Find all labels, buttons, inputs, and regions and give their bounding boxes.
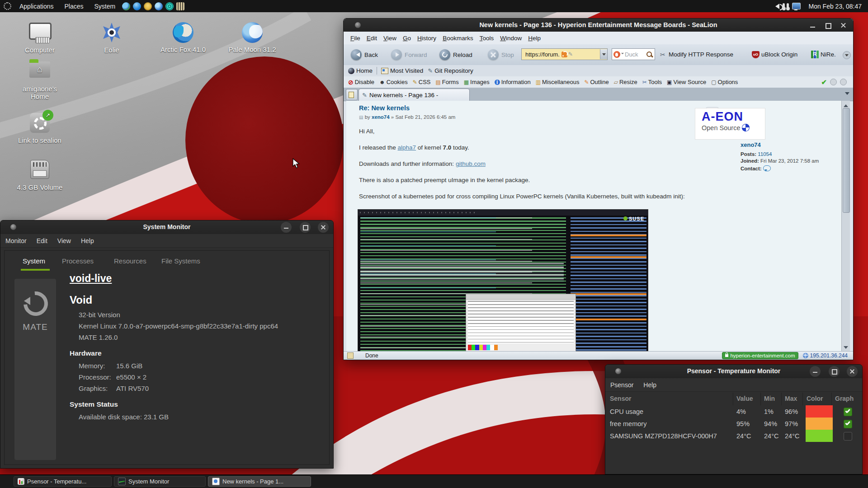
devbar-view-source[interactable]: ▣View Source bbox=[667, 79, 706, 85]
tab-list-button[interactable] bbox=[346, 89, 358, 100]
server-ip[interactable]: 195.201.36.244 bbox=[810, 352, 848, 359]
col-max[interactable]: Max bbox=[785, 395, 797, 402]
bookmark-home[interactable]: Home bbox=[356, 67, 373, 74]
psensor-titlebar[interactable]: Psensor - Temperature Monitor bbox=[605, 365, 862, 378]
color-swatch[interactable] bbox=[806, 430, 833, 442]
modify-http-button[interactable]: Modify HTTP Response bbox=[669, 51, 733, 58]
github-link[interactable]: github.com bbox=[456, 160, 486, 167]
col-color[interactable]: Color bbox=[807, 395, 823, 402]
maximize-button[interactable] bbox=[829, 366, 840, 377]
menu-monitor[interactable]: Monitor bbox=[5, 237, 27, 244]
devbar-miscellaneous[interactable]: ▥Miscellaneous bbox=[536, 79, 580, 85]
close-button[interactable] bbox=[839, 21, 849, 30]
sensor-name[interactable]: free memory bbox=[610, 420, 646, 427]
menu-places[interactable]: Places bbox=[59, 0, 89, 12]
launcher-web-globe-icon[interactable] bbox=[165, 2, 174, 10]
profile-username-link[interactable]: xeno74 bbox=[741, 141, 761, 148]
menu-edit[interactable]: Edit bbox=[37, 237, 47, 244]
desktop-icon-sealion-link[interactable]: ↗ Link to sealion bbox=[13, 112, 67, 144]
graph-checkbox-checked[interactable] bbox=[844, 420, 852, 428]
menu-help[interactable]: Help bbox=[81, 237, 94, 244]
menu-help[interactable]: Help bbox=[528, 35, 541, 42]
devbar-options[interactable]: ▢Options bbox=[711, 79, 738, 85]
menu-bookmarks[interactable]: Bookmarks bbox=[443, 35, 473, 42]
launcher-globe-icon[interactable] bbox=[122, 2, 130, 10]
edit-bookmark-icon[interactable]: ✎ bbox=[568, 51, 573, 57]
scrollbar-thumb[interactable] bbox=[843, 108, 850, 213]
modify-http-icon[interactable]: ✂ bbox=[660, 51, 665, 58]
menu-applications[interactable]: Applications bbox=[14, 0, 59, 12]
desktop-icon-home[interactable]: ⌂ amigaone's Home bbox=[13, 59, 67, 100]
maximize-button[interactable] bbox=[823, 21, 833, 30]
search-icon[interactable] bbox=[646, 52, 652, 57]
devbar-outline[interactable]: ✎Outline bbox=[584, 79, 609, 85]
sysmon-titlebar[interactable]: System Monitor bbox=[0, 221, 333, 234]
desktop-icon-volume[interactable]: 4.3 GB Volume bbox=[13, 158, 67, 191]
menu-system[interactable]: System bbox=[89, 0, 121, 12]
menu-view[interactable]: View bbox=[383, 35, 396, 42]
browser-titlebar[interactable]: New kernels - Page 136 - Hyperion Entert… bbox=[344, 19, 853, 32]
search-bar[interactable]: Duck bbox=[612, 48, 655, 60]
menu-view[interactable]: View bbox=[57, 237, 71, 244]
devbar-forms[interactable]: ▤Forms bbox=[436, 79, 459, 85]
statusbar-component-icon[interactable] bbox=[347, 352, 354, 359]
tab-dropdown-icon[interactable] bbox=[845, 92, 849, 97]
tab-active[interactable]: ✎ New kernels - Page 136 - bbox=[359, 89, 470, 101]
devbar-cookies[interactable]: ☻Cookies bbox=[379, 79, 408, 85]
scroll-up-arrow[interactable] bbox=[844, 102, 848, 107]
launcher-arcticfox-icon[interactable] bbox=[144, 2, 152, 10]
clock[interactable]: Mon Feb 23, 08:47 bbox=[808, 3, 862, 10]
maximize-button[interactable] bbox=[300, 222, 311, 233]
menu-window[interactable]: Window bbox=[500, 35, 522, 42]
scroll-down-arrow[interactable] bbox=[844, 346, 848, 351]
back-button[interactable] bbox=[351, 49, 362, 60]
nire-icon[interactable]: R bbox=[811, 51, 819, 58]
url-bar[interactable]: https://forum. ✎ bbox=[521, 48, 608, 60]
devbar-tools[interactable]: ✂Tools bbox=[642, 79, 662, 85]
search-engine-caret[interactable] bbox=[621, 53, 624, 56]
tab-system[interactable]: System bbox=[23, 257, 45, 265]
bookmark-git-repository[interactable]: Git Repository bbox=[434, 67, 473, 74]
post-title-link[interactable]: Re: New kernels bbox=[359, 104, 410, 112]
col-value[interactable]: Value bbox=[736, 395, 753, 402]
tab-resources[interactable]: Resources bbox=[114, 257, 146, 265]
user-avatar-aeon-logo[interactable]: A-EON Open Source bbox=[695, 108, 765, 140]
launcher-palemoon-icon[interactable] bbox=[155, 2, 163, 10]
graph-checkbox-unchecked[interactable] bbox=[844, 432, 852, 441]
post-screenshot-image[interactable]: SUSE bbox=[358, 209, 648, 352]
ublock-icon[interactable] bbox=[752, 51, 760, 58]
post-author-link[interactable]: xeno74 bbox=[372, 114, 390, 120]
menu-history[interactable]: History bbox=[417, 35, 436, 42]
thermometer-tray-icon-2[interactable] bbox=[787, 3, 789, 9]
mate-menu-icon[interactable] bbox=[4, 2, 11, 10]
menu-file[interactable]: File bbox=[350, 35, 360, 42]
toolbar-overflow-button[interactable] bbox=[843, 51, 851, 59]
bookmark-most-visited[interactable]: Most Visited bbox=[390, 67, 423, 74]
minimize-button[interactable] bbox=[281, 222, 292, 233]
devbar-resize[interactable]: ▱Resize bbox=[614, 79, 637, 85]
menu-tools[interactable]: Tools bbox=[480, 35, 494, 42]
menu-go[interactable]: Go bbox=[403, 35, 411, 42]
minimize-button[interactable] bbox=[808, 21, 818, 30]
search-placeholder[interactable]: Duck bbox=[625, 51, 638, 58]
sensor-name[interactable]: CPU usage bbox=[610, 408, 643, 415]
menu-psensor[interactable]: Psensor bbox=[610, 381, 633, 389]
desktop-icon-palemoon[interactable]: Pale Moon 31.2 bbox=[224, 22, 281, 53]
posts-count-link[interactable]: 11054 bbox=[758, 151, 772, 157]
desktop-icon-computer[interactable]: Computer bbox=[13, 22, 67, 54]
menu-help[interactable]: Help bbox=[643, 381, 656, 389]
nire-button[interactable]: NiRe. bbox=[821, 51, 836, 58]
tab-file-systems[interactable]: File Systems bbox=[161, 257, 200, 265]
devbar-images[interactable]: ▦Images bbox=[464, 79, 490, 85]
devbar-disable[interactable]: ⊘Disable bbox=[348, 79, 374, 85]
forward-button[interactable] bbox=[391, 49, 402, 60]
git-repository-icon[interactable]: ✎ bbox=[428, 67, 433, 74]
desktop-icon-eolie[interactable]: Eolie bbox=[85, 22, 139, 54]
sensor-name[interactable]: SAMSUNG MZ7PD128HCFV-000H7 bbox=[610, 432, 717, 440]
devbar-information[interactable]: iInformation bbox=[495, 79, 531, 85]
color-swatch[interactable] bbox=[806, 405, 833, 418]
color-swatch[interactable] bbox=[806, 418, 833, 430]
reload-button[interactable] bbox=[439, 49, 450, 60]
thermometer-tray-icon-1[interactable] bbox=[783, 3, 785, 9]
security-badge[interactable]: hyperion-entertainment.com bbox=[722, 352, 798, 359]
